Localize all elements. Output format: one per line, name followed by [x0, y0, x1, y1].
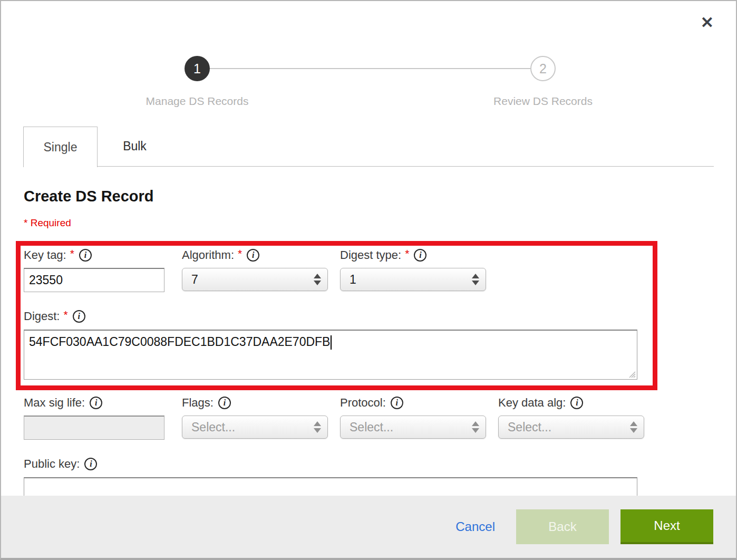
info-icon[interactable]: i — [391, 397, 403, 409]
form-content: Create DS Record * Required Key tag: * i… — [1, 188, 736, 546]
required-asterisk: * — [70, 247, 74, 260]
key-tag-field: Key tag: * i — [24, 247, 170, 292]
info-icon[interactable]: i — [79, 249, 92, 262]
select-arrows-icon — [630, 421, 637, 433]
required-asterisk: * — [63, 308, 67, 321]
protocol-label-text: Protocol: — [340, 396, 386, 410]
key-tag-label: Key tag: * i — [24, 247, 170, 263]
resize-handle-icon[interactable] — [628, 370, 636, 378]
required-asterisk: * — [405, 247, 409, 260]
info-icon[interactable]: i — [570, 397, 583, 409]
digest-label: Digest: * i — [24, 308, 713, 324]
info-icon[interactable]: i — [90, 397, 102, 409]
mode-tabs: Single Bulk — [23, 127, 714, 167]
protocol-label: Protocol: i — [340, 395, 486, 411]
text-cursor — [331, 335, 332, 350]
info-icon[interactable]: i — [247, 249, 259, 262]
select-arrows-icon — [472, 421, 479, 433]
back-button: Back — [516, 509, 609, 544]
key-data-alg-label-text: Key data alg: — [498, 396, 566, 410]
select-arrows-icon — [314, 421, 321, 433]
key-data-alg-label: Key data alg: i — [498, 395, 644, 411]
select-arrows-icon — [314, 274, 321, 285]
algorithm-select-value: 7 — [191, 273, 198, 287]
required-note: * Required — [24, 217, 713, 229]
max-sig-life-field: Max sig life: i — [24, 395, 170, 440]
info-icon[interactable]: i — [73, 310, 85, 323]
flags-select-value: Select... — [191, 420, 235, 435]
info-icon[interactable]: i — [414, 249, 426, 262]
digest-type-label-text: Digest type: — [340, 248, 401, 262]
digest-label-text: Digest: — [24, 310, 60, 323]
info-icon[interactable]: i — [218, 397, 231, 409]
algorithm-label-text: Algorithm: — [182, 248, 234, 262]
info-icon[interactable]: i — [84, 458, 97, 470]
stepper-connector-line — [197, 68, 543, 69]
key-tag-label-text: Key tag: — [24, 248, 66, 262]
digest-type-field: Digest type: * i 1 — [340, 247, 486, 291]
step-1-circle: 1 — [185, 56, 210, 81]
digest-field: Digest: * i 54FCF030AA1C79C0088FDEC1BD1C… — [24, 308, 713, 380]
flags-label-text: Flags: — [182, 396, 214, 410]
flags-label: Flags: i — [182, 395, 328, 411]
protocol-field: Protocol: i Select... — [340, 395, 486, 439]
max-sig-life-label-text: Max sig life: — [24, 396, 85, 410]
public-key-label-text: Public key: — [24, 457, 80, 471]
tab-single[interactable]: Single — [23, 127, 98, 167]
key-data-alg-field: Key data alg: i Select... — [498, 395, 644, 439]
algorithm-label: Algorithm: * i — [182, 247, 328, 263]
public-key-label: Public key: i — [24, 456, 713, 472]
key-data-alg-select-value: Select... — [508, 420, 551, 435]
key-tag-input[interactable] — [24, 268, 164, 292]
step-1-label: Manage DS Records — [146, 95, 249, 108]
max-sig-life-label: Max sig life: i — [24, 395, 170, 411]
algorithm-select[interactable]: 7 — [182, 268, 328, 291]
max-sig-life-input — [24, 416, 164, 440]
protocol-select-value: Select... — [350, 420, 393, 435]
flags-select[interactable]: Select... — [182, 416, 328, 439]
field-row-1: Key tag: * i Algorithm: * i 7 — [24, 247, 713, 292]
required-asterisk: * — [238, 247, 242, 260]
step-2-label: Review DS Records — [493, 95, 593, 108]
flags-field: Flags: i Select... — [182, 395, 328, 439]
cancel-button[interactable]: Cancel — [455, 519, 495, 534]
next-button[interactable]: Next — [620, 509, 713, 544]
create-ds-record-modal: ✕ 1 2 Manage DS Records Review DS Record… — [0, 0, 737, 560]
modal-footer: Cancel Back Next — [1, 496, 736, 558]
algorithm-field: Algorithm: * i 7 — [182, 247, 328, 291]
digest-type-select[interactable]: 1 — [340, 268, 486, 291]
step-2-circle: 2 — [530, 56, 556, 81]
protocol-select[interactable]: Select... — [340, 416, 486, 439]
key-data-alg-select[interactable]: Select... — [498, 416, 644, 439]
field-row-3: Max sig life: i Flags: i Select... Proto… — [24, 395, 713, 440]
digest-type-label: Digest type: * i — [340, 247, 486, 263]
page-title: Create DS Record — [24, 188, 713, 205]
digest-value: 54FCF030AA1C79C0088FDEC1BD1C37DAA2E70DFB — [29, 335, 330, 349]
tab-bulk[interactable]: Bulk — [98, 127, 172, 166]
digest-textarea[interactable]: 54FCF030AA1C79C0088FDEC1BD1C37DAA2E70DFB — [24, 330, 637, 380]
select-arrows-icon — [472, 274, 479, 285]
digest-type-select-value: 1 — [350, 273, 356, 287]
wizard-stepper: 1 2 Manage DS Records Review DS Records — [1, 1, 736, 127]
